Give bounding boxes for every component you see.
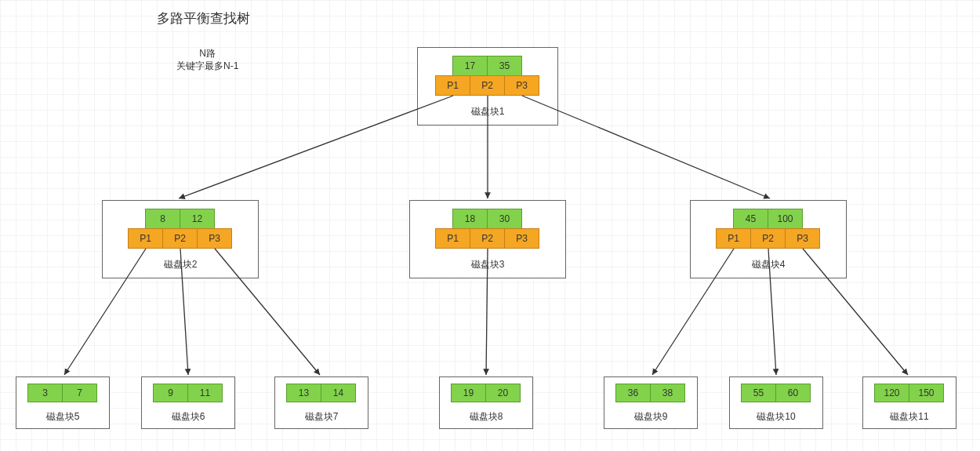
key-cell: 18 — [452, 209, 488, 229]
key-cell: 150 — [909, 384, 944, 402]
pointer-cell: P3 — [504, 228, 539, 249]
block-label: 磁盘块5 — [16, 410, 109, 424]
key-cell: 13 — [286, 384, 321, 402]
key-cell: 38 — [650, 384, 685, 402]
keys-row: 36 38 — [604, 384, 697, 402]
disk-block-9: 36 38 磁盘块9 — [604, 376, 698, 429]
disk-block-7: 13 14 磁盘块7 — [274, 376, 368, 429]
pointer-cell: P1 — [435, 75, 470, 96]
pointer-cell: P2 — [470, 228, 505, 249]
pointer-cell: P1 — [435, 228, 470, 249]
key-cell: 11 — [187, 384, 223, 402]
block-label: 磁盘块10 — [730, 410, 822, 424]
disk-block-1: 17 35 P1 P2 P3 磁盘块1 — [417, 47, 558, 125]
block-label: 磁盘块7 — [275, 410, 368, 424]
pointer-cell: P3 — [785, 228, 820, 249]
key-cell: 35 — [487, 56, 522, 76]
key-cell: 7 — [62, 384, 97, 402]
pointer-cell: P1 — [128, 228, 163, 249]
note-line-1: N路 — [176, 47, 238, 60]
disk-block-2: 8 12 P1 P2 P3 磁盘块2 — [102, 200, 259, 278]
pointer-cell: P2 — [750, 228, 786, 249]
key-cell: 60 — [775, 384, 811, 402]
key-cell: 3 — [27, 384, 63, 402]
disk-block-8: 19 20 磁盘块8 — [439, 376, 533, 429]
pointer-row: P1 P2 P3 — [418, 75, 557, 96]
key-cell: 20 — [485, 384, 521, 402]
note-line-2: 关键字最多N-1 — [176, 60, 238, 72]
key-cell: 8 — [145, 209, 180, 229]
disk-block-3: 18 30 P1 P2 P3 磁盘块3 — [409, 200, 566, 278]
block-label: 磁盘块2 — [103, 258, 258, 271]
keys-row: 18 30 — [410, 209, 565, 229]
pointer-cell: P1 — [716, 228, 751, 249]
block-label: 磁盘块6 — [142, 410, 234, 424]
disk-block-6: 9 11 磁盘块6 — [141, 376, 235, 429]
key-cell: 12 — [180, 209, 215, 229]
svg-line-0 — [179, 96, 453, 198]
key-cell: 9 — [153, 384, 188, 402]
key-cell: 100 — [768, 209, 803, 229]
pointer-row: P1 P2 P3 — [691, 228, 846, 249]
diagram-title: 多路平衡查找树 — [157, 9, 250, 27]
key-cell: 19 — [451, 384, 486, 402]
keys-row: 9 11 — [142, 384, 234, 402]
diagram-note: N路 关键字最多N-1 — [176, 47, 238, 72]
key-cell: 36 — [615, 384, 651, 402]
svg-line-2 — [522, 96, 770, 198]
pointer-cell: P2 — [162, 228, 198, 249]
disk-block-10: 55 60 磁盘块10 — [729, 376, 823, 429]
pointer-cell: P3 — [197, 228, 232, 249]
disk-block-11: 120 150 磁盘块11 — [862, 376, 956, 429]
key-cell: 45 — [733, 209, 768, 229]
keys-row: 13 14 — [275, 384, 368, 402]
block-label: 磁盘块3 — [410, 258, 565, 271]
keys-row: 17 35 — [418, 56, 557, 76]
disk-block-4: 45 100 P1 P2 P3 磁盘块4 — [690, 200, 847, 278]
diagram-canvas: 多路平衡查找树 N路 关键字最多N-1 17 35 P1 P2 P3 磁盘块1 … — [0, 0, 980, 451]
keys-row: 45 100 — [691, 209, 846, 229]
block-label: 磁盘块11 — [863, 410, 956, 424]
key-cell: 14 — [321, 384, 356, 402]
key-cell: 30 — [487, 209, 522, 229]
keys-row: 55 60 — [730, 384, 822, 402]
pointer-row: P1 P2 P3 — [103, 228, 258, 249]
keys-row: 3 7 — [16, 384, 109, 402]
keys-row: 8 12 — [103, 209, 258, 229]
key-cell: 55 — [741, 384, 776, 402]
pointer-cell: P2 — [470, 75, 505, 96]
key-cell: 17 — [452, 56, 488, 76]
block-label: 磁盘块1 — [418, 105, 557, 118]
keys-row: 120 150 — [863, 384, 956, 402]
block-label: 磁盘块8 — [440, 410, 532, 424]
key-cell: 120 — [874, 384, 909, 402]
block-label: 磁盘块9 — [604, 410, 697, 424]
disk-block-5: 3 7 磁盘块5 — [16, 376, 110, 429]
keys-row: 19 20 — [440, 384, 532, 402]
pointer-cell: P3 — [504, 75, 539, 96]
block-label: 磁盘块4 — [691, 258, 846, 271]
pointer-row: P1 P2 P3 — [410, 228, 565, 249]
